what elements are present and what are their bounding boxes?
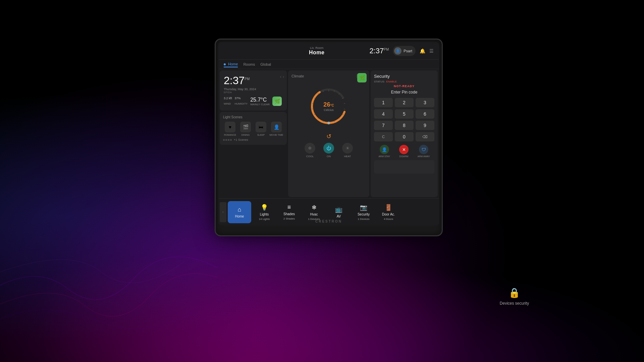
arm-away-button[interactable]: 🛡 ARM AWAY — [418, 145, 430, 158]
security-title: Security — [374, 74, 390, 79]
top-right: 2:37PM 👤 Psart 🔔 ☰ — [369, 46, 434, 56]
scene-sleep[interactable]: 🛏 SLEEP — [254, 122, 268, 136]
disarm-label: DISARM — [399, 155, 408, 158]
screen: Liv. Room Home 2:37PM 👤 Psart 🔔 ☰ Home — [218, 42, 439, 225]
door-nav-icon: 🚪 — [385, 204, 392, 211]
nav-tabs: Home Rooms Global — [218, 60, 439, 69]
key-4[interactable]: 4 — [374, 109, 393, 119]
nav-door[interactable]: 🚪 Door Ac. 4 Doors — [377, 201, 400, 223]
scene-dining[interactable]: 🎬 DINING — [238, 122, 253, 136]
nav-tab-rooms[interactable]: Rooms — [243, 62, 255, 67]
nav-home[interactable]: ⌂ Home — [228, 201, 251, 223]
key-9[interactable]: 9 — [416, 121, 434, 130]
room-title: Liv. Room Home — [264, 46, 369, 56]
nav-security[interactable]: 📷 Security 1 Devices — [352, 201, 375, 223]
cool-icon: ❄ — [305, 143, 315, 154]
svg-point-20 — [327, 122, 330, 124]
avatar: 👤 — [394, 47, 401, 55]
weather-icon: 🌿 — [272, 97, 282, 106]
thermostat-ring[interactable]: 26°C Celcius — [309, 86, 349, 126]
thermostat-container: 26°C Celcius — [291, 81, 366, 131]
fan-icon: ↺ — [326, 133, 331, 140]
dining-icon: 🎬 — [240, 122, 251, 132]
scenes-more: +1 Scenes — [223, 138, 283, 141]
svg-line-7 — [344, 109, 345, 109]
more-dots — [223, 139, 232, 141]
fan-indicator: ↺ — [291, 133, 366, 140]
next-arrow[interactable]: › — [283, 74, 284, 79]
nav-arrows: ‹ › — [280, 74, 284, 79]
pin-prompt: Enter Pin code — [374, 90, 434, 95]
thermostat-center: 26°C Celcius — [323, 101, 334, 112]
climate-title: Climate — [291, 74, 304, 78]
menu-icon[interactable]: ☰ — [429, 48, 434, 54]
svg-line-16 — [312, 103, 314, 104]
heat-button[interactable]: ☀ HEAT — [342, 143, 353, 158]
keypad: 1 2 3 4 5 6 7 8 9 C 0 ⌫ — [374, 98, 434, 141]
home-dot — [224, 63, 226, 65]
user-badge[interactable]: 👤 Psart — [393, 46, 416, 56]
nav-tab-home[interactable]: Home — [224, 61, 238, 67]
wind-stat: 3.2 kft WIND — [224, 97, 232, 106]
monitor-frame: Liv. Room Home 2:37PM 👤 Psart 🔔 ☰ Home — [215, 39, 443, 236]
background-waves — [0, 161, 218, 362]
light-scenes-title: Light Scenes — [223, 115, 283, 119]
av-nav-icon: 📺 — [335, 206, 342, 213]
nav-toggle[interactable]: ‹ — [220, 202, 226, 222]
key-backspace[interactable]: ⌫ — [416, 132, 434, 141]
key-6[interactable]: 6 — [416, 109, 434, 119]
heat-icon: ☀ — [342, 143, 353, 154]
nav-lights[interactable]: 💡 Lights 14 Lights — [253, 201, 276, 223]
arm-stay-icon: 👤 — [380, 145, 389, 154]
security-lower-section — [374, 160, 434, 174]
left-panel: ‹ › 2:37PM Thursday, May 30, 2024 EPIDA … — [220, 70, 287, 197]
bell-icon[interactable]: 🔔 — [420, 48, 425, 54]
key-3[interactable]: 3 — [416, 98, 434, 107]
key-clear[interactable]: C — [374, 132, 393, 141]
more-scenes-label[interactable]: +1 Scenes — [234, 138, 248, 141]
clock-pm: PM — [245, 77, 250, 81]
cool-button[interactable]: ❄ COOL — [305, 143, 315, 158]
svg-line-6 — [344, 103, 345, 104]
arm-away-label: ARM AWAY — [418, 155, 430, 158]
security-nav-icon: 📷 — [360, 204, 367, 211]
security-status-row: STATUS: ENABLE — [374, 80, 434, 83]
prev-arrow[interactable]: ‹ — [280, 74, 281, 79]
devices-security-panel: 🔒 Devices security — [491, 275, 537, 317]
movie-icon: 👤 — [271, 122, 282, 132]
key-5[interactable]: 5 — [395, 109, 414, 119]
key-2[interactable]: 2 — [395, 98, 414, 107]
clock-card: ‹ › 2:37PM Thursday, May 30, 2024 EPIDA … — [220, 70, 287, 111]
nav-shades[interactable]: ≡ Shades 2 Shades — [277, 201, 301, 223]
weather-row: 3.2 kft WIND 37% HUMIDITY 25.7°C MAINLY … — [224, 97, 283, 106]
hvac-nav-icon: ❄ — [312, 204, 317, 211]
devices-security-icon: 🔒 — [508, 287, 520, 298]
on-button[interactable]: ⏻ ON — [323, 143, 334, 158]
not-ready-badge: NOT-READY — [374, 84, 434, 88]
arm-stay-button[interactable]: 👤 ARM STAY — [378, 145, 390, 158]
temp-stat: 25.7°C MAINLY CLEAR — [250, 97, 270, 106]
nav-tab-global[interactable]: Global — [260, 62, 271, 67]
status-value: ENABLE — [386, 80, 397, 83]
key-1[interactable]: 1 — [374, 98, 393, 107]
arm-buttons: 👤 ARM STAY ✕ DISARM 🛡 ARM AWAY — [374, 145, 434, 158]
romance-icon: ♥ — [225, 122, 235, 132]
svg-line-15 — [312, 109, 314, 109]
climate-panel: Climate LVR 🌿 — [288, 70, 369, 197]
disarm-icon: ✕ — [399, 145, 409, 154]
key-0[interactable]: 0 — [395, 132, 414, 141]
header-time: 2:37PM — [369, 47, 389, 55]
crestron-brand: CRESTRON — [315, 220, 342, 223]
top-bar: Liv. Room Home 2:37PM 👤 Psart 🔔 ☰ — [218, 42, 439, 60]
climate-header: Climate LVR — [291, 74, 366, 78]
home-nav-icon: ⌂ — [238, 206, 241, 213]
scene-movie[interactable]: 👤 MOVIE TIME — [269, 122, 283, 136]
scene-romance[interactable]: ♥ ROMANCE — [223, 122, 237, 136]
key-7[interactable]: 7 — [374, 121, 393, 130]
sleep-icon: 🛏 — [256, 122, 266, 132]
key-8[interactable]: 8 — [395, 121, 414, 130]
temp-value: 26°C — [323, 101, 334, 108]
devices-security-label: Devices security — [500, 301, 529, 306]
room-name: Home — [309, 50, 324, 55]
disarm-button[interactable]: ✕ DISARM — [399, 145, 409, 158]
